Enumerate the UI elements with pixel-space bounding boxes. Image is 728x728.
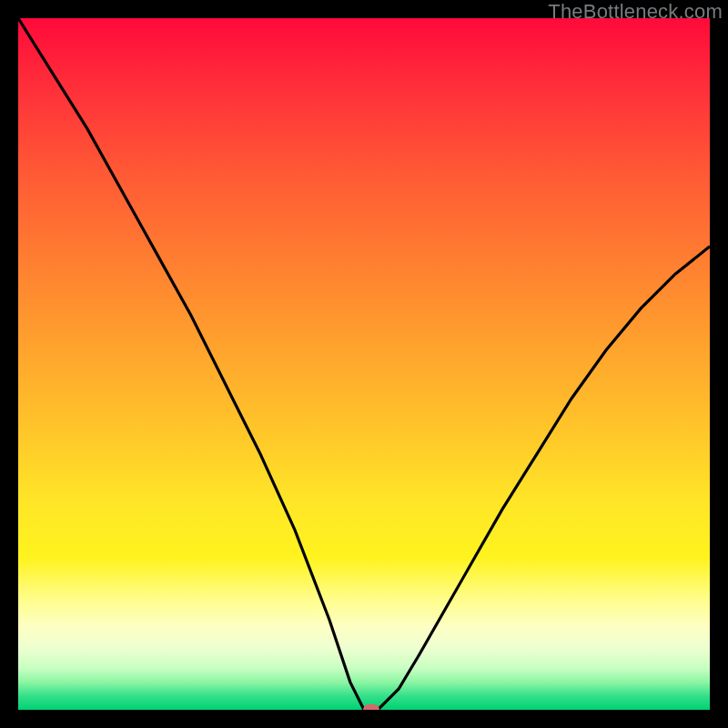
curve-path	[18, 18, 710, 710]
chart-frame: TheBottleneck.com	[0, 0, 728, 728]
bottleneck-curve	[18, 18, 710, 710]
min-marker	[363, 704, 379, 710]
plot-area	[18, 18, 710, 710]
